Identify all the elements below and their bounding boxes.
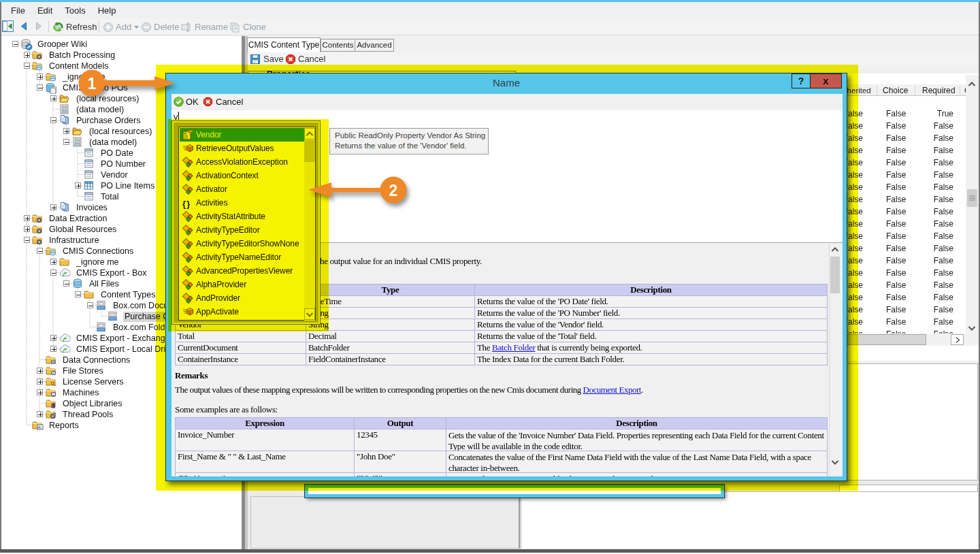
- svg-text:1: 1: [88, 75, 97, 93]
- svg-text:2: 2: [389, 182, 398, 199]
